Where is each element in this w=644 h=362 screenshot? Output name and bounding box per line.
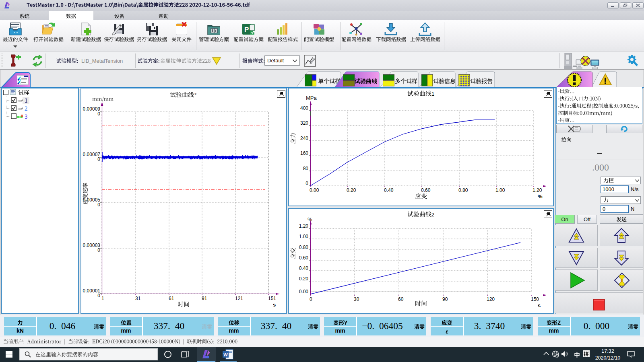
- svg-text:W: W: [223, 352, 228, 357]
- svg-text:0: 0: [305, 181, 308, 186]
- svg-text:91: 91: [202, 296, 207, 301]
- svg-text:151: 151: [268, 296, 276, 301]
- svg-text:0: 0: [97, 293, 100, 298]
- svg-text:60: 60: [398, 296, 404, 302]
- svg-text:0: 0: [97, 202, 100, 208]
- svg-text:s: s: [273, 302, 276, 308]
- svg-text:1.00: 1.00: [299, 234, 309, 239]
- svg-text:0.80: 0.80: [299, 245, 309, 250]
- svg-text:90: 90: [442, 296, 448, 302]
- svg-text:1.00: 1.00: [495, 187, 505, 193]
- svg-text:400: 400: [300, 105, 308, 111]
- svg-text:121: 121: [235, 296, 243, 301]
- svg-text:0: 0: [97, 156, 100, 162]
- svg-text:0.80: 0.80: [458, 187, 468, 193]
- svg-text:1.20: 1.20: [533, 187, 542, 193]
- svg-text:1.20: 1.20: [299, 223, 309, 229]
- svg-text:0.20: 0.20: [347, 187, 356, 193]
- svg-text:0.20: 0.20: [299, 276, 309, 282]
- svg-text:30: 30: [354, 296, 359, 302]
- svg-text:0: 0: [97, 247, 100, 253]
- svg-text:240: 240: [300, 136, 308, 141]
- svg-text:0: 0: [310, 296, 312, 302]
- svg-text:150: 150: [531, 296, 539, 302]
- svg-text:0.60: 0.60: [299, 255, 309, 261]
- svg-text:0.40: 0.40: [384, 187, 394, 193]
- svg-text:120: 120: [487, 296, 495, 302]
- svg-text:160: 160: [300, 150, 308, 156]
- svg-text:*: *: [194, 92, 197, 98]
- svg-text:0.40: 0.40: [299, 265, 309, 271]
- svg-text:0: 0: [97, 111, 100, 117]
- svg-text:61: 61: [169, 296, 174, 301]
- svg-text:80: 80: [303, 166, 309, 171]
- svg-text:%: %: [538, 193, 543, 200]
- svg-text:0.00: 0.00: [310, 187, 319, 193]
- svg-text:P: P: [244, 26, 249, 33]
- svg-text:%: %: [308, 216, 312, 222]
- svg-text:s: s: [538, 302, 541, 309]
- svg-text:31: 31: [135, 296, 141, 301]
- svg-text:MPa: MPa: [306, 95, 317, 101]
- svg-text:0.00: 0.00: [299, 289, 309, 294]
- svg-text:1: 1: [101, 296, 104, 301]
- svg-text:0.60: 0.60: [421, 187, 431, 193]
- svg-text:320: 320: [300, 120, 308, 126]
- svg-text:2: 2: [431, 212, 434, 218]
- svg-text:1: 1: [431, 91, 434, 97]
